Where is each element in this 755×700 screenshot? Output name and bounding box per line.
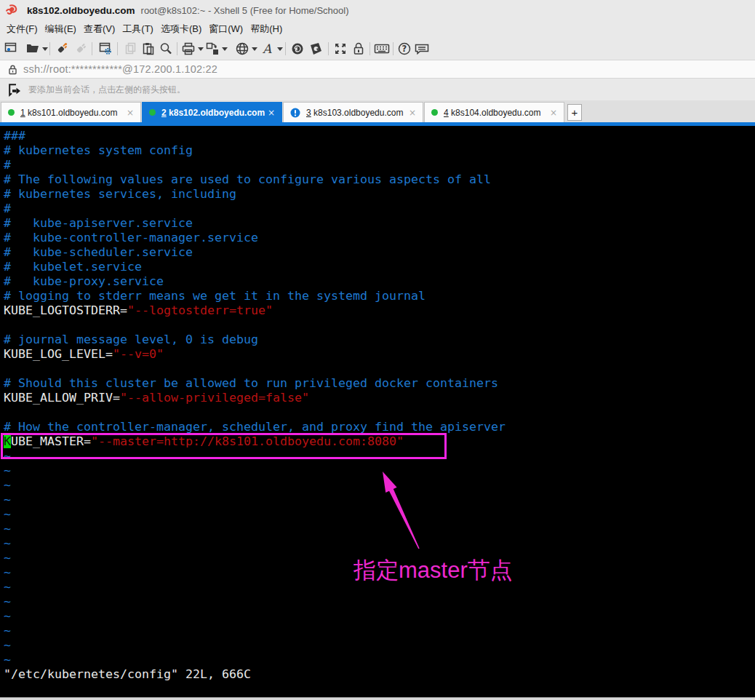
tab-k8s104[interactable]: 4 k8s104.oldboyedu.com × [424, 102, 564, 122]
open-session-button[interactable] [24, 39, 41, 58]
terminal-line: ~ [4, 594, 755, 609]
tab-title: 1 k8s101.oldboyedu.com [20, 108, 124, 118]
print-dropdown[interactable] [197, 39, 204, 58]
tab-k8s102-active[interactable]: 2 k8s102.oldboyedu.com × [142, 102, 282, 122]
xftp-button[interactable] [307, 39, 324, 58]
title-bar[interactable]: k8s102.oldboyedu.com root@k8s102:~ - Xsh… [0, 0, 755, 20]
new-session-icon [2, 41, 18, 57]
tab-number: 2 [161, 108, 167, 118]
xagent-button[interactable] [289, 39, 306, 58]
tab-bar: 1 k8s101.oldboyedu.com × 2 k8s102.oldboy… [0, 100, 755, 122]
lock-screen-icon [351, 41, 367, 57]
new-tab-button[interactable]: + [567, 104, 582, 121]
session-url[interactable]: ssh://root:************@172.200.1.102:22 [23, 63, 217, 75]
print-button[interactable] [180, 39, 197, 58]
tab-k8s103[interactable]: 3 k8s103.oldboyedu.com × [283, 102, 423, 122]
terminal-line: KUBE_MASTER="--master=http://k8s101.oldb… [4, 434, 755, 449]
dropdown-caret-icon [277, 47, 283, 51]
toolbar-separator [393, 42, 394, 55]
menu-help[interactable]: 帮助(H) [247, 20, 286, 38]
new-file-transfer-dropdown[interactable] [221, 39, 228, 58]
terminal-line: ~ [4, 449, 755, 464]
paste-icon [140, 41, 156, 57]
virtual-keyboard-button[interactable] [373, 39, 391, 58]
menu-tools[interactable]: 工具(T) [119, 20, 157, 38]
help-button[interactable]: ? [396, 39, 413, 58]
terminal-line: ~ [4, 536, 755, 551]
tab-k8s101[interactable]: 1 k8s101.oldboyedu.com × [1, 102, 141, 122]
terminal-line [4, 362, 755, 376]
new-file-transfer-button[interactable] [204, 39, 221, 58]
terminal-line: # The following values are used to confi… [4, 172, 755, 187]
font-icon: A [260, 41, 276, 57]
vim-status-line: "/etc/kubernetes/config" 22L, 666C [4, 667, 755, 682]
tab-close-icon[interactable]: × [547, 108, 560, 118]
help-icon: ? [396, 41, 412, 57]
fullscreen-button[interactable] [332, 39, 349, 58]
open-session-dropdown[interactable] [41, 39, 48, 58]
terminal-line: ~ [4, 493, 755, 507]
new-session-button[interactable] [1, 39, 19, 58]
svg-text:A: A [262, 41, 272, 56]
fullscreen-icon [332, 41, 348, 57]
copy-icon [123, 41, 139, 57]
font-button[interactable]: A [259, 39, 276, 58]
terminal-line: # kube-proxy.service [4, 274, 755, 289]
paste-button[interactable] [140, 39, 157, 58]
disconnect-button [72, 39, 89, 58]
menu-view[interactable]: 查看(V) [80, 20, 119, 38]
file-transfer-icon [204, 41, 220, 57]
session-properties-button[interactable] [97, 39, 114, 58]
terminal-line: # [4, 202, 755, 216]
web-browser-button[interactable] [233, 39, 251, 58]
find-button[interactable] [157, 39, 175, 58]
window-bottom-edge [0, 697, 755, 700]
tab-number: 3 [306, 108, 311, 118]
feedback-button[interactable] [413, 39, 431, 58]
terminal-line: # logging to stderr means we get it in t… [4, 289, 755, 303]
tab-title: 2 k8s102.oldboyedu.com [161, 108, 265, 118]
connect-button[interactable] [53, 39, 71, 58]
terminal-line: # Should this cluster be allowed to run … [4, 376, 755, 391]
tab-close-icon[interactable]: × [265, 108, 278, 118]
terminal-line: ~ [4, 464, 755, 478]
terminal-line: ~ [4, 507, 755, 522]
terminal[interactable]: #### kubernetes system config## The foll… [0, 126, 755, 697]
window-subtitle: root@k8s102:~ - Xshell 5 (Free for Home/… [141, 5, 349, 16]
connected-status-icon [149, 109, 156, 116]
xftp-icon [308, 41, 324, 57]
font-dropdown[interactable] [276, 39, 283, 58]
dropdown-caret-icon [252, 47, 257, 51]
web-browser-dropdown[interactable] [251, 39, 257, 58]
menu-edit[interactable]: 编辑(E) [41, 20, 80, 38]
tab-title: 3 k8s103.oldboyedu.com [306, 108, 406, 118]
menu-tab[interactable]: 选项卡(B) [157, 20, 205, 38]
terminal-line: # kubelet.service [4, 260, 755, 274]
terminal-line: ~ [4, 624, 755, 638]
tab-close-icon[interactable]: × [406, 108, 419, 118]
info-bar-text: 要添加当前会话，点击左侧的箭头按钮。 [28, 84, 185, 96]
xshell-logo-icon [6, 4, 17, 16]
terminal-line: ~ [4, 638, 755, 653]
menu-window[interactable]: 窗口(W) [205, 20, 247, 38]
terminal-line: KUBE_LOGTOSTDERR="--logtostderr=true" [4, 303, 755, 318]
terminal-line: # kube-scheduler.service [4, 245, 755, 260]
connected-status-icon [8, 109, 15, 116]
lock-icon [8, 64, 17, 75]
feedback-bubble-icon [413, 41, 431, 57]
lock-screen-button[interactable] [350, 39, 367, 58]
terminal-line: ~ [4, 609, 755, 624]
add-session-arrow-icon[interactable] [7, 82, 22, 98]
tab-close-icon[interactable]: × [124, 108, 137, 118]
menu-file[interactable]: 文件(F) [3, 20, 41, 38]
alert-status-icon [290, 108, 300, 118]
tab-label: k8s104.oldboyedu.com [451, 108, 540, 118]
search-icon [158, 41, 174, 57]
session-properties-gear-icon [97, 41, 113, 57]
address-bar[interactable]: ssh://root:************@172.200.1.102:22 [0, 60, 755, 79]
copy-button [122, 39, 140, 58]
connect-plug-icon [54, 41, 70, 57]
connected-status-icon [431, 109, 438, 116]
disconnect-plug-icon [73, 41, 89, 57]
globe-icon [234, 41, 250, 57]
